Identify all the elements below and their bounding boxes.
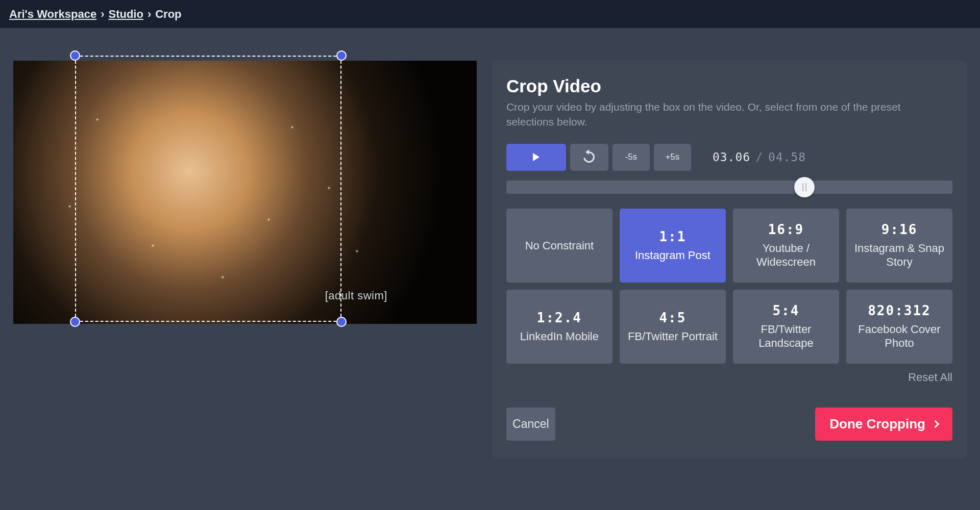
- breadcrumb: Ari's Workspace › Studio › Crop: [0, 0, 980, 28]
- reset-all-link[interactable]: Reset All: [908, 371, 952, 384]
- video-preview[interactable]: [adult swim]: [13, 61, 477, 324]
- slider-thumb[interactable]: [794, 177, 815, 197]
- breadcrumb-separator: ›: [148, 8, 151, 21]
- panel-title: Crop Video: [506, 76, 952, 96]
- crop-handle-bottom-left[interactable]: [70, 317, 80, 327]
- preset-9-16[interactable]: 9:16Instagram & Snap Story: [846, 209, 952, 283]
- preset-label: Instagram & Snap Story: [852, 241, 946, 269]
- cancel-button[interactable]: Cancel: [506, 407, 555, 441]
- crop-handle-bottom-right[interactable]: [336, 317, 347, 327]
- time-total: 04.58: [768, 150, 806, 164]
- preset-label: No Constraint: [525, 239, 594, 253]
- preset-ratio: 5:4: [772, 303, 799, 318]
- preset-820-312[interactable]: 820:312Facebook Cover Photo: [846, 290, 952, 364]
- crop-handle-top-left[interactable]: [70, 50, 80, 61]
- back-5s-button[interactable]: -5s: [612, 144, 650, 171]
- preset-4-5[interactable]: 4:5FB/Twitter Portrait: [620, 290, 726, 364]
- forward-5s-button[interactable]: +5s: [654, 144, 691, 171]
- playback-controls: -5s +5s 03.06/04.58: [506, 144, 952, 171]
- preset-ratio: 1:1: [659, 229, 686, 244]
- breadcrumb-workspace[interactable]: Ari's Workspace: [9, 8, 96, 21]
- done-cropping-button[interactable]: Done Cropping: [815, 407, 952, 441]
- video-watermark: [adult swim]: [325, 289, 387, 302]
- panel-subtitle: Crop your video by adjusting the box on …: [506, 99, 925, 130]
- preset-ratio: 16:9: [768, 222, 804, 237]
- preset-grid: No Constraint1:1Instagram Post16:9Youtub…: [506, 209, 952, 364]
- preset-label: LinkedIn Mobile: [520, 329, 599, 344]
- preset-label: Facebook Cover Photo: [852, 322, 946, 350]
- preset-ratio: 820:312: [868, 303, 931, 318]
- breadcrumb-studio[interactable]: Studio: [108, 8, 143, 21]
- preset-1-1[interactable]: 1:1Instagram Post: [620, 209, 726, 283]
- preset-label: Youtube / Widescreen: [739, 241, 833, 269]
- preset-5-4[interactable]: 5:4FB/Twitter Landscape: [733, 290, 839, 364]
- video-frame: [13, 61, 477, 324]
- preset-ratio: 9:16: [881, 222, 918, 237]
- preset-1-2-4[interactable]: 1:2.4LinkedIn Mobile: [506, 290, 612, 364]
- preset-16-9[interactable]: 16:9Youtube / Widescreen: [733, 209, 839, 283]
- preset-label: FB/Twitter Landscape: [739, 322, 833, 350]
- time-display: 03.06/04.58: [713, 150, 806, 164]
- crop-handle-top-right[interactable]: [336, 50, 347, 61]
- preset-label: Instagram Post: [635, 248, 710, 263]
- time-current: 03.06: [713, 150, 750, 164]
- done-cropping-label: Done Cropping: [829, 416, 925, 432]
- chevron-right-icon: [932, 420, 940, 428]
- breadcrumb-current: Crop: [155, 8, 181, 21]
- play-icon: [533, 153, 540, 161]
- preset-ratio: 4:5: [659, 310, 686, 325]
- restart-button[interactable]: [570, 144, 608, 171]
- scrub-slider[interactable]: [506, 180, 952, 194]
- slider-track: [506, 181, 952, 194]
- rewind-icon: [581, 149, 597, 165]
- crop-panel: Crop Video Crop your video by adjusting …: [492, 61, 967, 458]
- breadcrumb-separator: ›: [101, 8, 104, 21]
- preset-none[interactable]: No Constraint: [506, 209, 612, 283]
- preset-label: FB/Twitter Portrait: [628, 329, 718, 344]
- preset-ratio: 1:2.4: [537, 310, 582, 325]
- play-button[interactable]: [506, 144, 566, 171]
